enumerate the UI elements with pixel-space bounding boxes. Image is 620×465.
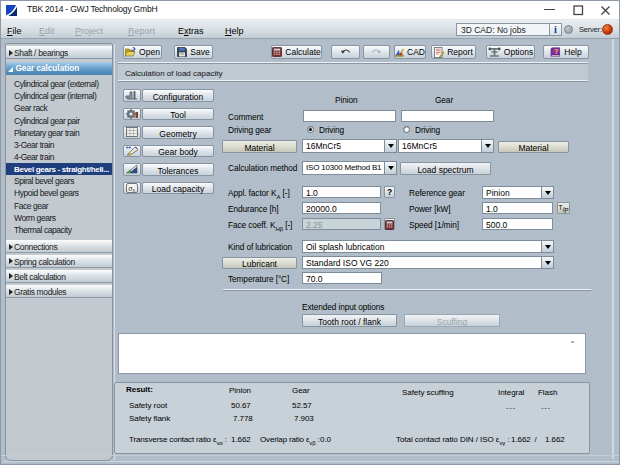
svg-text:x: x xyxy=(133,186,136,192)
svg-text:?: ? xyxy=(554,48,558,55)
